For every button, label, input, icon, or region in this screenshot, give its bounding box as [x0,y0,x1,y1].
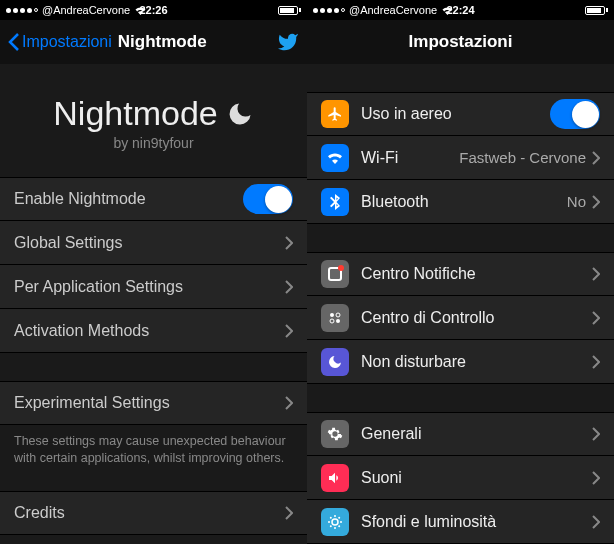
svg-point-11 [330,525,332,527]
phone-left-nightmode-settings: @AndreaCervone 22:26 Impostazioni Nightm… [0,0,307,544]
row-label: Global Settings [14,234,123,252]
gear-icon [321,420,349,448]
row-per-app-settings[interactable]: Per Application Settings [0,265,307,309]
svg-point-6 [334,527,336,529]
chevron-right-icon [285,324,293,338]
svg-point-8 [340,521,342,523]
status-bar: @AndreaCervone 22:26 [0,0,307,20]
wifi-settings-icon [321,144,349,172]
row-value: Fastweb - Cervone [459,149,586,166]
clock: 22:26 [139,4,167,16]
row-label: Per Application Settings [14,278,183,296]
battery-icon [278,6,301,15]
row-label: Experimental Settings [14,394,170,412]
svg-point-9 [330,516,332,518]
page-title: Impostazioni [409,32,513,52]
row-credits[interactable]: Credits [0,491,307,535]
chevron-right-icon [285,236,293,250]
row-enable-nightmode[interactable]: Enable Nightmode [0,177,307,221]
svg-point-1 [336,313,340,317]
row-sounds[interactable]: Suoni [307,456,614,500]
chevron-right-icon [592,471,600,485]
chevron-right-icon [285,396,293,410]
carrier-label: @AndreaCervone [349,4,437,16]
page-title: Nightmode [118,32,207,52]
row-experimental-settings[interactable]: Experimental Settings [0,381,307,425]
chevron-right-icon [592,151,600,165]
row-label: Generali [361,425,421,443]
chevron-left-icon [8,32,20,52]
hero-title: Nightmode [53,94,217,133]
carrier-label: @AndreaCervone [42,4,130,16]
hero-subtitle: by nin9tyfour [0,135,307,151]
chevron-right-icon [285,280,293,294]
sounds-icon [321,464,349,492]
back-button[interactable]: Impostazioni [8,32,112,52]
back-label: Impostazioni [22,33,112,51]
row-label: Enable Nightmode [14,190,146,208]
phone-right-settings: @AndreaCervone 22:24 Impostazioni Uso in… [307,0,614,544]
wallpaper-icon [321,508,349,536]
row-label: Uso in aereo [361,105,452,123]
signal-icon [313,8,345,13]
row-label: Activation Methods [14,322,149,340]
row-wallpaper-brightness[interactable]: Sfondi e luminosità [307,500,614,544]
twitter-icon[interactable] [277,31,299,53]
row-label: Suoni [361,469,402,487]
moon-icon [226,100,254,128]
hero-banner: Nightmode by nin9tyfour [0,64,307,177]
nav-bar: Impostazioni [307,20,614,64]
svg-point-2 [330,319,334,323]
dnd-icon [321,348,349,376]
toggle-enable-nightmode[interactable] [243,184,293,214]
row-label: Wi-Fi [361,149,398,167]
toggle-airplane[interactable] [550,99,600,129]
airplane-icon [321,100,349,128]
battery-icon [585,6,608,15]
row-label: Centro di Controllo [361,309,494,327]
svg-point-0 [330,313,334,317]
chevron-right-icon [592,427,600,441]
row-airplane-mode[interactable]: Uso in aereo [307,92,614,136]
row-do-not-disturb[interactable]: Non disturbare [307,340,614,384]
signal-icon [6,8,38,13]
row-global-settings[interactable]: Global Settings [0,221,307,265]
row-value: No [567,193,586,210]
svg-point-4 [332,519,338,525]
chevron-right-icon [592,267,600,281]
section-footer: These settings may cause unexpected beha… [0,425,307,475]
row-control-center[interactable]: Centro di Controllo [307,296,614,340]
svg-point-7 [328,521,330,523]
notifications-icon [321,260,349,288]
chevron-right-icon [592,515,600,529]
row-wifi[interactable]: Wi-Fi Fastweb - Cervone [307,136,614,180]
svg-point-10 [338,525,340,527]
row-general[interactable]: Generali [307,412,614,456]
status-bar: @AndreaCervone 22:24 [307,0,614,20]
nav-bar: Impostazioni Nightmode [0,20,307,64]
chevron-right-icon [592,195,600,209]
row-label: Sfondi e luminosità [361,513,496,531]
clock: 22:24 [446,4,474,16]
control-center-icon [321,304,349,332]
svg-point-12 [338,516,340,518]
row-label: Non disturbare [361,353,466,371]
row-activation-methods[interactable]: Activation Methods [0,309,307,353]
svg-point-3 [336,319,340,323]
bluetooth-icon [321,188,349,216]
row-label: Credits [14,504,65,522]
row-label: Centro Notifiche [361,265,476,283]
row-bluetooth[interactable]: Bluetooth No [307,180,614,224]
chevron-right-icon [592,311,600,325]
chevron-right-icon [285,506,293,520]
chevron-right-icon [592,355,600,369]
row-notification-center[interactable]: Centro Notifiche [307,252,614,296]
svg-point-5 [334,515,336,517]
row-label: Bluetooth [361,193,429,211]
